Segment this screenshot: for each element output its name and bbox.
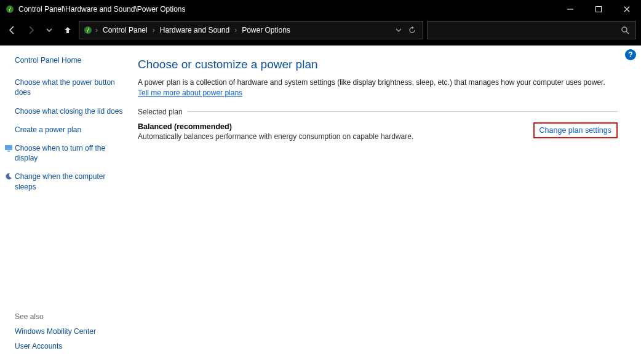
power-options-addr-icon xyxy=(82,24,94,36)
window-title: Control Panel\Hardware and Sound\Power O… xyxy=(18,5,556,14)
tell-me-more-link[interactable]: Tell me more about power plans xyxy=(138,89,242,97)
see-also-mobility-center[interactable]: Windows Mobility Center xyxy=(15,327,124,336)
address-dropdown-button[interactable] xyxy=(396,27,402,33)
back-button[interactable] xyxy=(5,23,20,38)
search-icon xyxy=(621,26,629,34)
breadcrumb-control-panel[interactable]: Control Panel xyxy=(99,26,151,34)
refresh-button[interactable] xyxy=(408,26,416,34)
sidebar-link-closing-lid[interactable]: Choose what closing the lid does xyxy=(15,106,124,116)
close-button[interactable] xyxy=(613,0,641,18)
plan-description: Automatically balances performance with … xyxy=(138,132,533,141)
main-panel: Choose or customize a power plan A power… xyxy=(132,46,630,364)
see-also-user-accounts[interactable]: User Accounts xyxy=(15,342,124,350)
maximize-button[interactable] xyxy=(584,0,613,18)
sidebar-link-label: Choose when to turn off the display xyxy=(15,143,124,163)
recent-locations-button[interactable] xyxy=(42,23,57,38)
svg-point-4 xyxy=(622,27,627,32)
page-description: A power plan is a collection of hardware… xyxy=(138,77,618,99)
content-area: ? Control Panel Home Choose what the pow… xyxy=(0,46,641,364)
sidebar-link-power-button[interactable]: Choose what the power button does xyxy=(15,77,124,97)
help-button[interactable]: ? xyxy=(625,49,636,60)
chevron-right-icon[interactable]: › xyxy=(151,26,156,34)
search-input[interactable] xyxy=(427,21,636,39)
navbar: › Control Panel › Hardware and Sound › P… xyxy=(0,18,641,46)
control-panel-home-link[interactable]: Control Panel Home xyxy=(15,55,124,65)
breadcrumb-power-options[interactable]: Power Options xyxy=(238,26,294,34)
chevron-right-icon[interactable]: › xyxy=(233,26,238,34)
description-text: A power plan is a collection of hardware… xyxy=(138,78,605,87)
power-options-icon xyxy=(5,4,15,14)
selected-plan-label: Selected plan xyxy=(138,108,183,116)
titlebar: Control Panel\Hardware and Sound\Power O… xyxy=(0,0,641,18)
sidebar: Control Panel Home Choose what the power… xyxy=(0,46,132,364)
svg-rect-5 xyxy=(5,145,12,150)
svg-rect-1 xyxy=(567,9,573,10)
breadcrumb-hardware-sound[interactable]: Hardware and Sound xyxy=(156,26,233,34)
sidebar-link-computer-sleeps[interactable]: Change when the computer sleeps xyxy=(4,172,124,191)
change-plan-settings-link[interactable]: Change plan settings xyxy=(533,122,618,138)
chevron-right-icon[interactable]: › xyxy=(94,26,99,34)
plan-name: Balanced (recommended) xyxy=(138,122,533,131)
svg-rect-2 xyxy=(596,7,602,12)
sidebar-link-label: Change when the computer sleeps xyxy=(15,172,124,191)
forward-button[interactable] xyxy=(23,23,38,38)
address-bar[interactable]: › Control Panel › Hardware and Sound › P… xyxy=(79,21,423,39)
svg-rect-6 xyxy=(7,151,10,152)
section-divider xyxy=(188,111,618,112)
minimize-button[interactable] xyxy=(556,0,584,18)
page-heading: Choose or customize a power plan xyxy=(138,58,618,71)
sidebar-link-turn-off-display[interactable]: Choose when to turn off the display xyxy=(4,143,124,163)
sidebar-link-create-plan[interactable]: Create a power plan xyxy=(15,125,124,135)
up-button[interactable] xyxy=(60,23,75,38)
monitor-icon xyxy=(4,143,14,153)
see-also-heading: See also xyxy=(15,312,124,321)
moon-icon xyxy=(4,172,14,181)
